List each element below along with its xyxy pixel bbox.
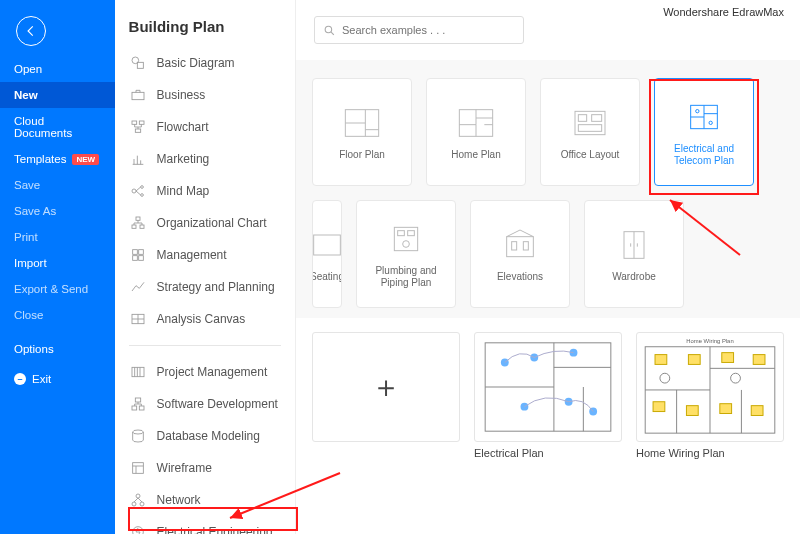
svg-point-6 [132,189,136,193]
svg-rect-15 [138,256,143,261]
cat-basic-diagram[interactable]: Basic Diagram [115,47,295,79]
cat-org-chart[interactable]: Organizational Chart [115,207,295,239]
svg-point-24 [132,502,136,506]
templates-row: ＋ Electrical Plan [296,318,800,473]
cat-marketing[interactable]: Marketing [115,143,295,175]
sidebar-item-export-send[interactable]: Export & Send [0,276,115,302]
cat-network[interactable]: Network [115,484,295,516]
template-home-wiring[interactable]: Home Wiring Plan Home Wiring Plan [636,332,784,459]
svg-rect-4 [139,121,144,124]
elevations-icon [498,225,542,265]
sidebar-item-cloud-documents[interactable]: Cloud Documents [0,108,115,146]
svg-point-44 [403,240,410,247]
database-icon [129,427,147,445]
search-input[interactable] [342,24,515,36]
svg-point-25 [140,502,144,506]
flowchart-icon [129,118,147,136]
svg-rect-19 [132,406,137,410]
main-panel: Wondershare EdrawMax Floor Plan Home Pla… [296,0,800,534]
analysis-icon [129,310,147,328]
plumbing-icon [384,219,428,259]
svg-rect-40 [314,235,341,255]
sidebar-item-print[interactable]: Print [0,224,115,250]
svg-rect-62 [653,402,665,412]
cat-flowchart[interactable]: Flowchart [115,111,295,143]
template-blank[interactable]: ＋ [312,332,460,459]
cat-project-management[interactable]: Project Management [115,356,295,388]
mindmap-icon [129,182,147,200]
cat-business[interactable]: Business [115,79,295,111]
svg-point-23 [136,494,140,498]
svg-rect-9 [136,217,140,220]
sidebar-item-close[interactable]: Close [0,302,115,328]
plus-icon: ＋ [371,367,401,408]
office-layout-icon [568,103,612,143]
svg-rect-22 [132,463,143,474]
svg-point-8 [140,194,143,197]
svg-rect-2 [132,92,144,99]
sidebar-item-options[interactable]: Options [0,336,115,362]
sidebar-item-save[interactable]: Save [0,172,115,198]
svg-rect-42 [398,230,405,235]
cat-wireframe[interactable]: Wireframe [115,452,295,484]
electrical-icon [129,523,147,534]
back-button[interactable] [16,16,46,46]
shapes-icon [129,54,147,72]
svg-rect-13 [138,250,143,255]
sidebar-item-exit[interactable]: –Exit [0,366,115,392]
management-icon [129,246,147,264]
svg-rect-64 [720,404,732,414]
project-icon [129,363,147,381]
svg-rect-58 [655,355,667,365]
floor-plan-icon [340,103,384,143]
sidebar-item-import[interactable]: Import [0,250,115,276]
strategy-icon [129,278,147,296]
cat-software-dev[interactable]: Software Development [115,388,295,420]
orgchart-icon [129,214,147,232]
svg-rect-1 [137,62,143,68]
svg-point-7 [140,186,143,189]
svg-rect-59 [688,355,700,365]
svg-rect-34 [578,114,586,121]
template-electrical-plan[interactable]: Electrical Plan [474,332,622,459]
svg-point-38 [696,109,699,112]
search-box[interactable] [314,16,524,44]
svg-rect-3 [132,121,137,124]
network-icon [129,491,147,509]
tile-floor-plan[interactable]: Floor Plan [312,78,412,186]
subtype-tiles: Floor Plan Home Plan Office Layout Elect… [296,60,800,318]
cat-strategy[interactable]: Strategy and Planning [115,271,295,303]
cat-mind-map[interactable]: Mind Map [115,175,295,207]
briefcase-icon [129,86,147,104]
svg-rect-65 [751,406,763,416]
sidebar-item-templates[interactable]: TemplatesNEW [0,146,115,172]
svg-rect-36 [578,124,601,131]
svg-point-67 [660,373,670,383]
sidebar-item-open[interactable]: Open [0,56,115,82]
cat-electrical-eng[interactable]: Electrical Engineering [115,516,295,534]
sidebar: Open New Cloud Documents TemplatesNEW Sa… [0,0,115,534]
tile-plumbing[interactable]: Plumbing and Piping Plan [356,200,456,308]
category-divider [129,345,281,346]
tile-wardrobe[interactable]: Wardrobe [584,200,684,308]
svg-rect-10 [132,225,136,228]
tile-office-layout[interactable]: Office Layout [540,78,640,186]
tile-electrical-telecom[interactable]: Electrical and Telecom Plan [654,78,754,186]
svg-text:Home Wiring Plan: Home Wiring Plan [686,338,733,344]
tile-home-plan[interactable]: Home Plan [426,78,526,186]
svg-point-26 [132,527,143,534]
sidebar-item-new[interactable]: New [0,82,115,108]
cat-management[interactable]: Management [115,239,295,271]
svg-rect-35 [592,114,602,121]
cat-database[interactable]: Database Modeling [115,420,295,452]
svg-rect-63 [686,406,698,416]
electrical-plan-thumb-icon [475,333,621,441]
cat-analysis[interactable]: Analysis Canvas [115,303,295,335]
exit-icon: – [14,373,26,385]
software-icon [129,395,147,413]
tile-elevations[interactable]: Elevations [470,200,570,308]
sidebar-item-save-as[interactable]: Save As [0,198,115,224]
new-badge: NEW [72,154,99,165]
tile-seating[interactable]: Seating [312,200,342,308]
svg-rect-18 [135,398,140,402]
